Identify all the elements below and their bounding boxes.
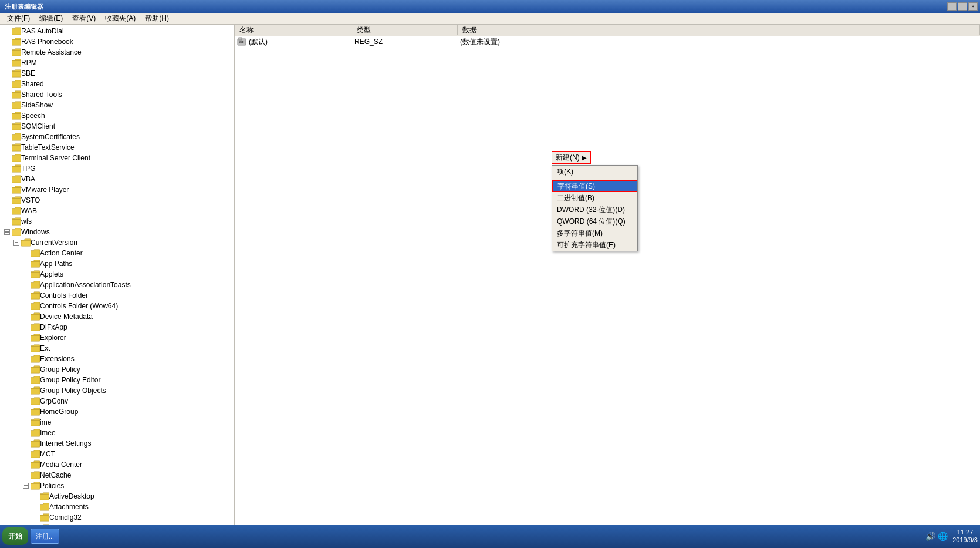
- tree-item[interactable]: Shared Tools: [0, 89, 234, 100]
- tree-item-label: SBE: [21, 69, 35, 78]
- folder-icon: [31, 355, 40, 364]
- tree-item[interactable]: NetCache: [0, 470, 234, 480]
- tree-item[interactable]: MCT: [0, 449, 234, 459]
- folder-icon: [31, 260, 40, 268]
- folder-icon: [31, 376, 40, 385]
- tree-item-label: Shared Tools: [21, 90, 62, 99]
- tree-item[interactable]: Controls Folder (Wow64): [0, 301, 234, 311]
- tree-item[interactable]: wfs: [0, 216, 234, 227]
- tree-toggle-placeholder: [21, 270, 31, 279]
- tree-item[interactable]: Imee: [0, 428, 234, 438]
- minimize-button[interactable]: _: [947, 2, 957, 11]
- tree-item[interactable]: RAS Phonebook: [0, 36, 234, 47]
- tree-toggle-placeholder: [2, 143, 12, 152]
- tree-item[interactable]: Remote Assistance: [0, 47, 234, 58]
- tree-item[interactable]: SBE: [0, 68, 234, 79]
- tree-item[interactable]: Controls Folder: [0, 290, 234, 301]
- tree-toggle-placeholder: [21, 280, 31, 290]
- tree-toggle-icon[interactable]: [12, 238, 21, 247]
- menu-view[interactable]: 查看(V): [67, 12, 100, 25]
- tree-item[interactable]: Attachments: [0, 502, 234, 512]
- tree-item-label: Extensions: [40, 355, 75, 363]
- tree-item[interactable]: Ext: [0, 343, 234, 354]
- submenu-item-4[interactable]: QWORD (64 位值)(Q): [552, 216, 637, 227]
- tree-item[interactable]: Speech: [0, 110, 234, 121]
- folder-icon: [31, 450, 40, 459]
- tree-item[interactable]: Internet Settings: [0, 438, 234, 449]
- tree-item[interactable]: VSTO: [0, 195, 234, 206]
- col-header-name: 名称: [235, 25, 352, 35]
- tree-item[interactable]: Policies: [0, 480, 234, 491]
- tree-item[interactable]: Windows: [0, 227, 234, 237]
- tree-item[interactable]: TPG: [0, 163, 234, 174]
- tree-item[interactable]: Group Policy Objects: [0, 385, 234, 396]
- tree-item[interactable]: VMware Player: [0, 184, 234, 195]
- tree-item[interactable]: RPM: [0, 58, 234, 68]
- tree-pane[interactable]: RAS AutoDial RAS Phonebook Remote Assist…: [0, 25, 235, 535]
- tree-toggle-placeholder: [21, 470, 31, 480]
- right-pane: 名称 类型 数据 ab (默认) REG_SZ (数值未设置): [235, 25, 980, 535]
- tree-item[interactable]: Comdlg32: [0, 512, 234, 523]
- tree-item[interactable]: App Paths: [0, 258, 234, 269]
- tree-toggle-icon[interactable]: [2, 227, 12, 237]
- main-area: RAS AutoDial RAS Phonebook Remote Assist…: [0, 25, 980, 535]
- submenu-item-5[interactable]: 多字符串值(M): [552, 227, 637, 239]
- menu-favorites[interactable]: 收藏夹(A): [100, 12, 140, 25]
- tree-item[interactable]: SQMClient: [0, 121, 234, 132]
- folder-icon: [31, 323, 40, 332]
- tree-item[interactable]: Device Metadata: [0, 311, 234, 322]
- tree-item[interactable]: RAS AutoDial: [0, 26, 234, 36]
- registry-default-entry[interactable]: ab (默认) REG_SZ (数值未设置): [235, 36, 980, 47]
- tree-item[interactable]: Terminal Server Client: [0, 153, 234, 163]
- tree-item[interactable]: Applets: [0, 269, 234, 280]
- tree-item[interactable]: ime: [0, 417, 234, 428]
- folder-icon: [31, 418, 40, 427]
- folder-icon: [31, 334, 40, 342]
- tree-toggle-placeholder: [21, 418, 31, 427]
- reg-entry-data: (数值未设置): [460, 37, 978, 47]
- tree-toggle-placeholder: [21, 439, 31, 448]
- submenu-item-1[interactable]: 字符串值(S): [552, 180, 637, 192]
- submenu-item-3[interactable]: DWORD (32-位值)(D): [552, 204, 637, 216]
- menu-edit[interactable]: 编辑(E): [35, 12, 67, 25]
- tree-item-label: wfs: [21, 217, 32, 226]
- tree-toggle-placeholder: [21, 312, 31, 321]
- start-button[interactable]: 开始: [2, 527, 28, 545]
- close-button[interactable]: ×: [968, 2, 978, 11]
- tree-item-label: CurrentVersion: [31, 238, 77, 247]
- tree-item[interactable]: VBA: [0, 174, 234, 184]
- tree-item[interactable]: Action Center: [0, 248, 234, 258]
- tree-item[interactable]: GrpConv: [0, 396, 234, 406]
- tree-item[interactable]: WAB: [0, 206, 234, 216]
- tree-item-label: TableTextService: [21, 143, 75, 152]
- tree-item[interactable]: DIFxApp: [0, 322, 234, 332]
- tree-item[interactable]: CurrentVersion: [0, 237, 234, 248]
- maximize-button[interactable]: □: [958, 2, 967, 11]
- col-header-type: 类型: [352, 25, 458, 35]
- tree-item[interactable]: HomeGroup: [0, 406, 234, 417]
- tree-item[interactable]: ApplicationAssociationToasts: [0, 280, 234, 290]
- menu-help[interactable]: 帮助(H): [140, 12, 174, 25]
- taskbar-app-regedit[interactable]: 注册...: [31, 529, 59, 544]
- menu-file[interactable]: 文件(F): [2, 12, 35, 25]
- tree-item-label: ApplicationAssociationToasts: [40, 281, 131, 289]
- tree-item[interactable]: Extensions: [0, 354, 234, 364]
- new-key-arrow-icon: ▶: [582, 154, 587, 161]
- tree-item[interactable]: Group Policy Editor: [0, 375, 234, 385]
- tree-item[interactable]: SystemCertificates: [0, 132, 234, 142]
- clock: 11:27 2019/9/3: [952, 529, 978, 544]
- tree-item[interactable]: TableTextService: [0, 142, 234, 153]
- submenu-item-2[interactable]: 二进制值(B): [552, 192, 637, 204]
- new-key-button[interactable]: 新建(N) ▶: [552, 151, 591, 164]
- tree-item-label: RAS AutoDial: [21, 27, 64, 35]
- tree-item[interactable]: Group Policy: [0, 364, 234, 375]
- folder-icon: [31, 471, 40, 480]
- tree-item[interactable]: Media Center: [0, 459, 234, 470]
- tree-item[interactable]: SideShow: [0, 100, 234, 110]
- tree-item[interactable]: Shared: [0, 79, 234, 89]
- tree-item[interactable]: ActiveDesktop: [0, 491, 234, 502]
- submenu-item-6[interactable]: 可扩充字符串值(E): [552, 239, 637, 251]
- tree-toggle-icon[interactable]: [21, 481, 31, 490]
- tree-item[interactable]: Explorer: [0, 332, 234, 343]
- submenu-item-0[interactable]: 项(K): [552, 166, 637, 177]
